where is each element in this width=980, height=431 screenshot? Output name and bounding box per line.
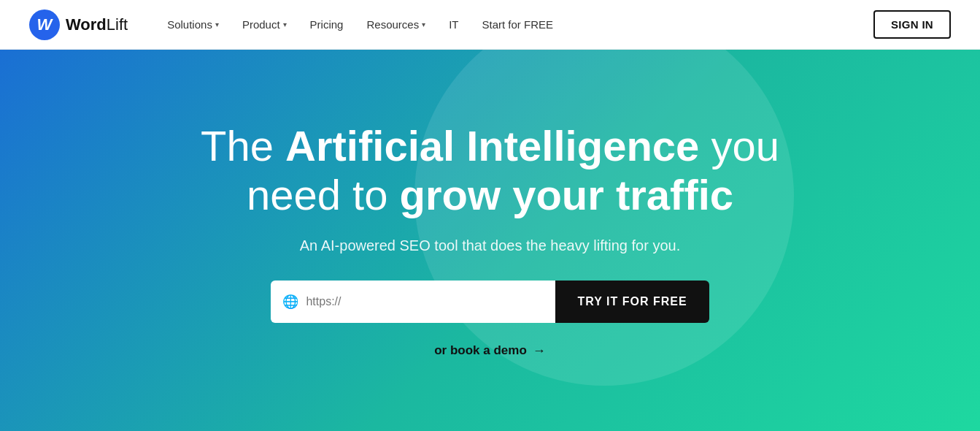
globe-icon: 🌐 — [282, 294, 298, 310]
url-input[interactable] — [306, 295, 544, 308]
try-it-free-button[interactable]: TRY IT FOR FREE — [555, 281, 709, 323]
book-demo-text: or book a demo — [434, 343, 527, 358]
headline-part1: The — [201, 122, 285, 169]
product-chevron-icon: ▾ — [283, 20, 287, 28]
logo[interactable]: W WordLift — [29, 9, 128, 40]
navbar: W WordLift Solutions ▾ Product ▾ Pricing… — [0, 0, 980, 50]
headline-bold-ai: Artificial Intelligence — [285, 122, 699, 169]
nav-item-pricing[interactable]: Pricing — [300, 12, 354, 37]
hero-headline: The Artificial Intelligence youneed to g… — [201, 122, 779, 219]
logo-icon: W — [29, 9, 60, 40]
solutions-label: Solutions — [167, 18, 212, 31]
hero-content: The Artificial Intelligence youneed to g… — [186, 122, 794, 358]
product-label: Product — [242, 18, 280, 31]
nav-right: SIGN IN — [873, 10, 951, 39]
it-label: IT — [449, 18, 458, 31]
sign-in-button[interactable]: SIGN IN — [873, 10, 951, 39]
book-demo-link[interactable]: or book a demo → — [201, 343, 779, 359]
nav-item-start-free[interactable]: Start for FREE — [472, 12, 564, 37]
arrow-icon: → — [533, 343, 546, 359]
pricing-label: Pricing — [310, 18, 344, 31]
headline-bold-grow: grow your traffic — [400, 171, 734, 218]
nav-item-resources[interactable]: Resources ▾ — [356, 12, 436, 37]
url-input-wrapper: 🌐 — [271, 281, 555, 323]
nav-item-it[interactable]: IT — [439, 12, 468, 37]
nav-links: Solutions ▾ Product ▾ Pricing Resources … — [157, 12, 873, 37]
hero-section: The Artificial Intelligence youneed to g… — [0, 50, 980, 431]
hero-subtext: An AI-powered SEO tool that does the hea… — [201, 237, 779, 254]
solutions-chevron-icon: ▾ — [215, 20, 219, 28]
logo-text: WordLift — [66, 15, 128, 34]
nav-item-solutions[interactable]: Solutions ▾ — [157, 12, 229, 37]
resources-label: Resources — [366, 18, 419, 31]
hero-input-row: 🌐 TRY IT FOR FREE — [201, 281, 779, 323]
resources-chevron-icon: ▾ — [422, 20, 425, 28]
nav-item-product[interactable]: Product ▾ — [232, 12, 297, 37]
start-free-label: Start for FREE — [482, 18, 554, 31]
